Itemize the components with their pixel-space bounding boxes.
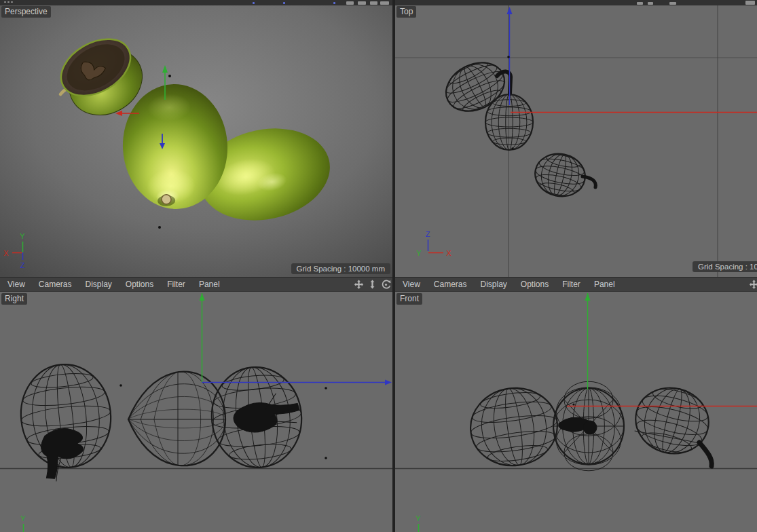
- axis-label-y: Y: [20, 232, 25, 240]
- menu-item-filter[interactable]: Filter: [165, 280, 187, 289]
- viewport-label-right: Right: [1, 293, 27, 305]
- axis-label-x: X: [3, 249, 9, 257]
- axis-label-y: Y: [416, 514, 421, 522]
- object-handle-dot[interactable]: [507, 56, 510, 58]
- toolbar-fragment: [253, 2, 255, 4]
- object-handle-dot[interactable]: [168, 75, 171, 77]
- toolbar-fragment: [370, 1, 377, 5]
- front-background: [395, 292, 757, 532]
- menu-item-view[interactable]: View: [401, 280, 422, 289]
- fruit-calyx: [162, 194, 172, 204]
- viewport-toolbar: [749, 280, 757, 290]
- viewport-right[interactable]: Y Right: [0, 292, 392, 532]
- right-viewport-menubar: View Cameras Display Options Filter Pane…: [0, 277, 392, 292]
- viewport-divider-vertical[interactable]: [392, 0, 395, 532]
- viewport-perspective[interactable]: Y X Z Perspective Grid Spacing : 10000 m…: [0, 5, 392, 277]
- toolbar-fragment: [4, 1, 6, 3]
- object-handle-dot[interactable]: [119, 384, 122, 387]
- menu-item-cameras[interactable]: Cameras: [37, 280, 74, 289]
- menu-item-display[interactable]: Display: [478, 280, 509, 289]
- axis-label-z: Z: [426, 230, 430, 238]
- object-handle-dot[interactable]: [325, 457, 327, 459]
- toolbar-fragment: [283, 2, 285, 4]
- viewport-label-top: Top: [396, 6, 416, 18]
- menu-item-options[interactable]: Options: [124, 280, 155, 289]
- viewport-front[interactable]: Y Front: [395, 292, 757, 532]
- top-canvas[interactable]: Z X Y: [395, 5, 757, 277]
- right-canvas[interactable]: Y: [0, 292, 392, 532]
- viewport-label-perspective: Perspective: [1, 6, 51, 18]
- toolbar-fragment: [346, 1, 354, 5]
- object-handle-dot[interactable]: [325, 387, 327, 390]
- toolbar-fragment: [11, 1, 13, 3]
- top-background: [395, 5, 757, 277]
- menu-item-panel[interactable]: Panel: [197, 280, 222, 289]
- toolbar-fragment: [637, 2, 643, 5]
- toolbar-fragment: [333, 2, 335, 4]
- axis-label-z: Z: [20, 261, 25, 269]
- viewport-label-front: Front: [396, 293, 422, 305]
- object-handle-dot[interactable]: [158, 226, 161, 229]
- rotate-icon[interactable]: [381, 280, 391, 290]
- menu-item-panel[interactable]: Panel: [592, 280, 617, 289]
- toolbar-fragment: [648, 2, 653, 5]
- pan-icon[interactable]: [749, 280, 757, 290]
- axis-label-x: X: [446, 249, 451, 257]
- toolbar-cutoff-strip: [0, 0, 757, 5]
- dolly-icon[interactable]: [367, 280, 377, 290]
- toolbar-fragment: [358, 1, 366, 5]
- toolbar-fragment: [745, 1, 755, 5]
- perspective-canvas[interactable]: Y X Z: [0, 5, 392, 277]
- menu-item-filter[interactable]: Filter: [560, 280, 583, 289]
- object-handle-dot[interactable]: [572, 403, 574, 405]
- pan-icon[interactable]: [354, 280, 364, 290]
- grid-spacing-badge: Grid Spacing : 100: [693, 261, 757, 272]
- menu-item-cameras[interactable]: Cameras: [432, 280, 469, 289]
- menu-item-view[interactable]: View: [5, 280, 27, 289]
- menu-item-display[interactable]: Display: [83, 280, 113, 289]
- toolbar-fragment: [380, 1, 389, 5]
- toolbar-fragment: [669, 2, 676, 5]
- viewport-top[interactable]: Z X Y Top Grid Spacing : 100: [395, 5, 757, 277]
- axis-label-y: Y: [20, 514, 26, 522]
- front-canvas[interactable]: Y: [395, 292, 757, 532]
- front-viewport-menubar: View Cameras Display Options Filter Pane…: [395, 277, 757, 292]
- grid-spacing-badge: Grid Spacing : 10000 mm: [291, 263, 390, 274]
- toolbar-fragment: [7, 1, 10, 3]
- menu-item-options[interactable]: Options: [519, 280, 551, 289]
- axis-label-y: Y: [416, 249, 422, 257]
- object-handle-dot[interactable]: [511, 147, 514, 150]
